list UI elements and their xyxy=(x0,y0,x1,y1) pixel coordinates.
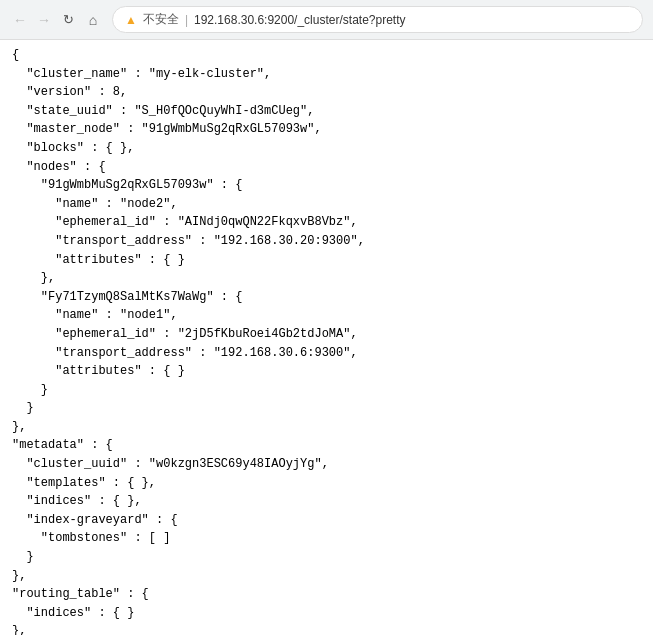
json-line: "Fy71TzymQ8SalMtKs7WaWg" : { xyxy=(12,288,641,307)
json-line: "nodes" : { xyxy=(12,158,641,177)
json-line: "indices" : { } xyxy=(12,604,641,623)
forward-button[interactable]: → xyxy=(34,10,54,30)
browser-toolbar: ← → ↻ ⌂ ▲ 不安全 | 192.168.30.6:9200/_clust… xyxy=(0,0,653,40)
json-line: "name" : "node1", xyxy=(12,306,641,325)
json-line: "routing_table" : { xyxy=(12,585,641,604)
json-line: "name" : "node2", xyxy=(12,195,641,214)
home-icon: ⌂ xyxy=(89,12,97,28)
json-line: "ephemeral_id" : "2jD5fKbuRoei4Gb2tdJoMA… xyxy=(12,325,641,344)
address-separator: | xyxy=(185,13,188,27)
json-line: }, xyxy=(12,622,641,635)
json-line: "tombstones" : [ ] xyxy=(12,529,641,548)
security-warning-label: 不安全 xyxy=(143,11,179,28)
json-line: "ephemeral_id" : "AINdj0qwQN22FkqxvB8Vbz… xyxy=(12,213,641,232)
json-line: "91gWmbMuSg2qRxGL57093w" : { xyxy=(12,176,641,195)
json-line: "index-graveyard" : { xyxy=(12,511,641,530)
json-line: } xyxy=(12,381,641,400)
refresh-icon: ↻ xyxy=(63,12,74,27)
json-content-area: { "cluster_name" : "my-elk-cluster", "ve… xyxy=(0,40,653,635)
json-line: "cluster_name" : "my-elk-cluster", xyxy=(12,65,641,84)
address-bar[interactable]: ▲ 不安全 | 192.168.30.6:9200/_cluster/state… xyxy=(112,6,643,33)
nav-buttons: ← → ↻ ⌂ xyxy=(10,9,104,31)
json-line: "version" : 8, xyxy=(12,83,641,102)
json-line: } xyxy=(12,399,641,418)
forward-icon: → xyxy=(37,12,51,28)
refresh-button[interactable]: ↻ xyxy=(58,10,78,30)
json-line: }, xyxy=(12,567,641,586)
json-line: }, xyxy=(12,269,641,288)
json-line: "attributes" : { } xyxy=(12,362,641,381)
json-line: "transport_address" : "192.168.30.20:930… xyxy=(12,232,641,251)
json-line: "master_node" : "91gWmbMuSg2qRxGL57093w"… xyxy=(12,120,641,139)
json-line: { xyxy=(12,46,641,65)
json-line: }, xyxy=(12,418,641,437)
json-line: "blocks" : { }, xyxy=(12,139,641,158)
json-line: "cluster_uuid" : "w0kzgn3ESC69y48IAOyjYg… xyxy=(12,455,641,474)
url-display: 192.168.30.6:9200/_cluster/state?pretty xyxy=(194,13,405,27)
json-line: "indices" : { }, xyxy=(12,492,641,511)
security-warning-icon: ▲ xyxy=(125,13,137,27)
back-icon: ← xyxy=(13,12,27,28)
json-line: "state_uuid" : "S_H0fQOcQuyWhI-d3mCUeg", xyxy=(12,102,641,121)
json-line: } xyxy=(12,548,641,567)
json-line: "templates" : { }, xyxy=(12,474,641,493)
json-line: "metadata" : { xyxy=(12,436,641,455)
json-line: "transport_address" : "192.168.30.6:9300… xyxy=(12,344,641,363)
back-button[interactable]: ← xyxy=(10,10,30,30)
json-line: "attributes" : { } xyxy=(12,251,641,270)
home-button[interactable]: ⌂ xyxy=(82,9,104,31)
